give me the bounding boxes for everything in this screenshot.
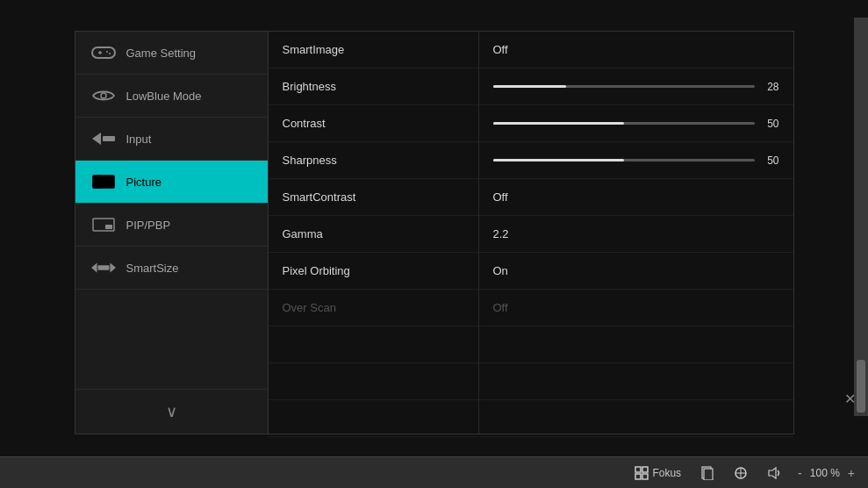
chevron-icon: ∨ bbox=[166, 402, 177, 421]
svg-point-3 bbox=[106, 51, 108, 53]
brightness-bar bbox=[493, 85, 755, 88]
row-gamma[interactable]: Gamma bbox=[269, 216, 478, 253]
value-smartimage[interactable]: Off bbox=[479, 32, 793, 68]
sidebar-label-picture: Picture bbox=[126, 176, 161, 189]
brightness-fill bbox=[493, 85, 566, 88]
row-contrast[interactable]: Contrast bbox=[269, 105, 478, 142]
taskbar-fokus[interactable]: Fokus bbox=[628, 463, 688, 484]
svg-rect-16 bbox=[642, 467, 648, 472]
chevron-down[interactable]: ∨ bbox=[75, 389, 268, 434]
value-pixel-orbiting[interactable]: On bbox=[479, 253, 793, 290]
smartsize-icon bbox=[91, 259, 116, 276]
zoom-minus-button[interactable]: - bbox=[793, 464, 807, 482]
svg-rect-0 bbox=[92, 47, 115, 58]
value-smartcontrast[interactable]: Off bbox=[479, 179, 793, 216]
svg-marker-6 bbox=[92, 133, 101, 145]
svg-rect-11 bbox=[105, 225, 112, 229]
row-empty1 bbox=[269, 327, 478, 363]
input-icon bbox=[91, 130, 116, 147]
value-contrast[interactable]: 50 bbox=[479, 105, 793, 142]
svg-rect-20 bbox=[704, 469, 713, 480]
sidebar: Game Setting LowBlue Mode bbox=[75, 32, 269, 434]
taskbar-audio[interactable] bbox=[760, 463, 788, 484]
audio-icon bbox=[767, 466, 781, 480]
eye-icon bbox=[91, 87, 116, 104]
gamepad-icon bbox=[91, 44, 116, 61]
svg-rect-13 bbox=[97, 265, 109, 270]
sidebar-item-pip-pbp[interactable]: PIP/PBP bbox=[75, 204, 268, 247]
settings-values: Off 28 bbox=[479, 32, 793, 434]
row-empty2 bbox=[269, 363, 478, 400]
sidebar-item-game-setting[interactable]: Game Setting bbox=[75, 32, 268, 75]
settings-labels: SmartImage Brightness Contrast Sharpness… bbox=[269, 32, 479, 434]
value-empty3 bbox=[479, 400, 793, 437]
zoom-level: 100 % bbox=[810, 467, 840, 479]
value-over-scan[interactable]: Off bbox=[479, 290, 793, 327]
sharpness-slider[interactable]: 50 bbox=[493, 154, 779, 167]
fokus-icon bbox=[635, 466, 649, 480]
pages-icon bbox=[700, 466, 714, 480]
sidebar-item-lowblue-mode[interactable]: LowBlue Mode bbox=[75, 75, 268, 118]
sharpness-fill bbox=[493, 159, 624, 161]
scrollbar-thumb[interactable] bbox=[857, 360, 865, 413]
svg-point-4 bbox=[109, 53, 111, 54]
sidebar-item-input[interactable]: Input bbox=[75, 118, 268, 161]
scrollbar[interactable] bbox=[854, 18, 868, 416]
sidebar-label-lowblue: LowBlue Mode bbox=[126, 90, 202, 103]
svg-rect-7 bbox=[103, 136, 115, 141]
row-empty3 bbox=[269, 400, 478, 437]
contrast-fill bbox=[493, 122, 624, 125]
taskbar-pages[interactable] bbox=[693, 463, 721, 484]
contrast-bar bbox=[493, 122, 755, 125]
zoom-plus-button[interactable]: + bbox=[843, 464, 859, 482]
close-button[interactable]: ✕ bbox=[844, 391, 856, 407]
svg-marker-12 bbox=[91, 262, 97, 272]
value-sharpness[interactable]: 50 bbox=[479, 142, 793, 179]
svg-rect-9 bbox=[93, 176, 102, 188]
sidebar-label-game-setting: Game Setting bbox=[126, 47, 197, 60]
value-brightness[interactable]: 28 bbox=[479, 68, 793, 105]
taskbar: Fokus - 100 % + bbox=[0, 456, 868, 488]
pip-icon bbox=[91, 216, 116, 233]
row-pixel-orbiting[interactable]: Pixel Orbiting bbox=[269, 253, 478, 290]
svg-rect-15 bbox=[635, 467, 641, 472]
row-smartimage[interactable]: SmartImage bbox=[269, 32, 478, 68]
sidebar-item-picture[interactable]: Picture bbox=[75, 161, 268, 204]
sidebar-label-smartsize: SmartSize bbox=[126, 262, 179, 275]
svg-marker-14 bbox=[110, 262, 116, 272]
value-empty1 bbox=[479, 327, 793, 363]
contrast-slider[interactable]: 50 bbox=[493, 118, 779, 130]
settings-content: SmartImage Brightness Contrast Sharpness… bbox=[269, 32, 793, 434]
taskbar-view[interactable] bbox=[727, 463, 755, 484]
view-icon bbox=[734, 466, 748, 480]
svg-rect-18 bbox=[642, 474, 648, 479]
row-brightness[interactable]: Brightness bbox=[269, 68, 478, 105]
sidebar-item-smartsize[interactable]: SmartSize bbox=[75, 247, 268, 290]
value-empty2 bbox=[479, 363, 793, 400]
row-sharpness[interactable]: Sharpness bbox=[269, 142, 478, 179]
svg-marker-24 bbox=[769, 468, 776, 478]
picture-icon bbox=[91, 173, 116, 190]
sidebar-label-input: Input bbox=[126, 133, 152, 146]
sharpness-bar bbox=[493, 159, 755, 161]
zoom-control: - 100 % + bbox=[793, 464, 859, 482]
row-smartcontrast[interactable]: SmartContrast bbox=[269, 179, 478, 216]
svg-rect-17 bbox=[635, 474, 641, 479]
brightness-slider[interactable]: 28 bbox=[493, 81, 779, 93]
row-over-scan[interactable]: Over Scan bbox=[269, 290, 478, 327]
sidebar-label-pip: PIP/PBP bbox=[126, 219, 171, 232]
svg-point-5 bbox=[101, 93, 106, 98]
value-gamma[interactable]: 2.2 bbox=[479, 216, 793, 253]
